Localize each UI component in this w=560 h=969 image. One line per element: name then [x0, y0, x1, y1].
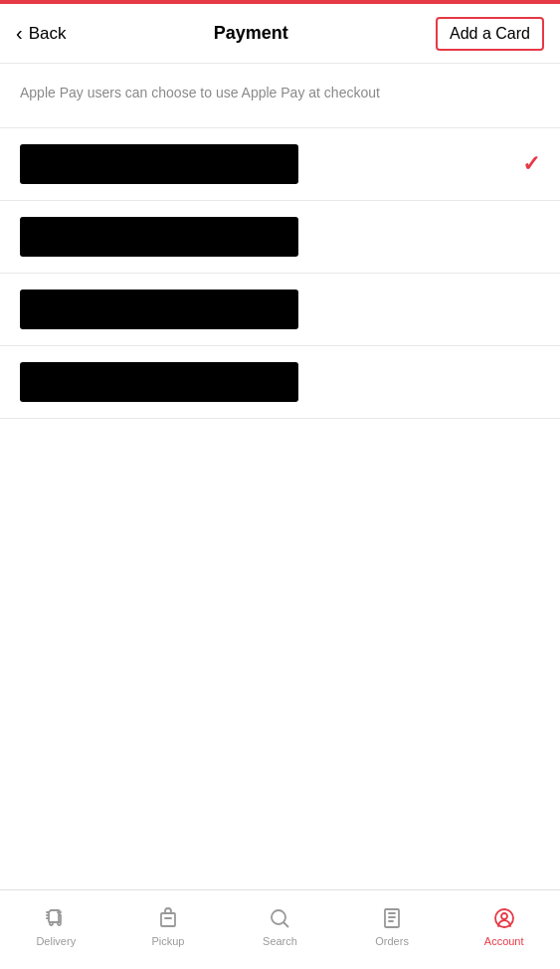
apple-pay-notice: Apple Pay users can choose to use Apple …: [0, 64, 560, 127]
svg-rect-4: [385, 909, 399, 927]
search-label: Search: [263, 935, 297, 947]
payment-card-redacted: [20, 144, 298, 184]
search-icon: [267, 905, 292, 931]
back-label: Back: [29, 24, 67, 44]
payment-item[interactable]: [0, 201, 560, 274]
payment-list: ✓: [0, 127, 560, 419]
payment-item[interactable]: [0, 274, 560, 346]
payment-card-redacted: [20, 217, 298, 257]
pickup-icon: [155, 905, 181, 931]
delivery-icon: [43, 905, 69, 931]
main-content: Apple Pay users can choose to use Apple …: [0, 64, 560, 889]
nav-item-delivery[interactable]: Delivery: [0, 905, 112, 947]
add-card-button[interactable]: Add a Card: [436, 17, 544, 51]
nav-item-pickup[interactable]: Pickup: [112, 905, 225, 947]
page-title: Payment: [214, 23, 288, 44]
chevron-left-icon: ‹: [16, 22, 23, 45]
payment-card-redacted: [20, 290, 298, 329]
back-button[interactable]: ‹ Back: [16, 22, 66, 45]
pickup-label: Pickup: [151, 935, 184, 947]
delivery-label: Delivery: [36, 935, 76, 947]
payment-card-redacted: [20, 362, 298, 402]
svg-rect-2: [161, 913, 175, 926]
orders-icon: [379, 905, 405, 931]
svg-point-6: [501, 913, 507, 919]
payment-item[interactable]: [0, 346, 560, 419]
nav-item-account[interactable]: Account: [448, 905, 560, 947]
account-label: Account: [484, 935, 524, 947]
account-icon: [491, 905, 517, 931]
bottom-navigation: Delivery Pickup Search: [0, 889, 560, 969]
nav-item-search[interactable]: Search: [224, 905, 336, 947]
svg-point-0: [50, 922, 53, 925]
orders-label: Orders: [375, 935, 409, 947]
header: ‹ Back Payment Add a Card: [0, 4, 560, 64]
selected-checkmark-icon: ✓: [522, 151, 540, 177]
svg-point-1: [58, 922, 61, 925]
nav-item-orders[interactable]: Orders: [336, 905, 449, 947]
payment-item[interactable]: ✓: [0, 128, 560, 201]
